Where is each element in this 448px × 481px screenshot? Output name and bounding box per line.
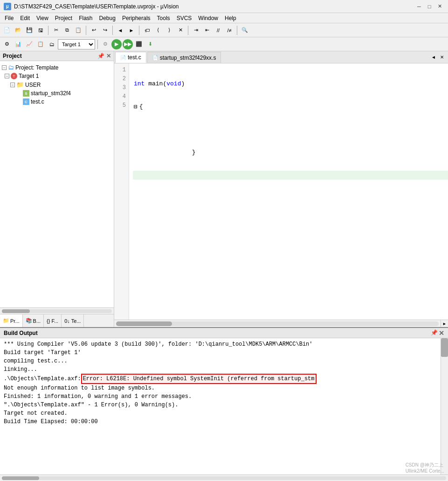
pin-icon[interactable]: 📌 [97, 53, 104, 59]
cut-btn[interactable]: ✂ [51, 25, 61, 35]
stop-btn[interactable]: ⬛ [134, 39, 144, 49]
menu-item-project[interactable]: Project [52, 14, 75, 22]
tab-close[interactable]: ✕ [438, 53, 446, 62]
uncomment-btn[interactable]: /≠ [224, 25, 234, 35]
menu-item-window[interactable]: Window [195, 14, 221, 22]
editor-area: 📄 test.c 📄 startup_stm32f429xx.s ◄ ✕ 1 2… [114, 51, 448, 327]
build-hscroll[interactable] [0, 474, 448, 481]
maximize-button[interactable]: □ [425, 2, 434, 11]
project-panel-hscroll[interactable] [0, 307, 114, 314]
panel-tab-project[interactable]: 📁 Pr... [0, 314, 23, 327]
code-content[interactable]: int main(void) ⊟ { } [129, 63, 448, 320]
build-content-wrapper: *** Using Compiler 'V5.06 update 3 (buil… [0, 338, 448, 474]
collapse-user-icon: − [10, 83, 15, 87]
c-file-icon: C [23, 98, 29, 105]
menu-item-peripherals[interactable]: Peripherals [119, 14, 153, 22]
content-area: Project 📌 ✕ − 🗂 Project: Template − T T [0, 51, 448, 327]
menu-item-debug[interactable]: Debug [96, 14, 118, 22]
rebuild-btn[interactable]: ▶▶ [123, 39, 133, 49]
build-btn[interactable]: ▶ [111, 39, 122, 49]
build-pin-icon[interactable]: 📌 [431, 329, 438, 337]
panel-tab-functions[interactable]: {} F... [44, 314, 62, 327]
build-hscroll-thumb [2, 476, 39, 480]
redo-btn[interactable]: ↪ [100, 25, 110, 35]
tree-testc-file[interactable]: C test.c [0, 98, 114, 106]
new-btn[interactable]: 📄 [2, 25, 12, 35]
keyword-void: void [166, 80, 181, 87]
panel-tab-templates[interactable]: 0↓ Te... [62, 314, 84, 327]
comment-btn[interactable]: // [213, 25, 223, 35]
menu-item-view[interactable]: View [34, 14, 51, 22]
build-line-3: linking... [4, 365, 437, 374]
tree-target1-label: Target 1 [19, 73, 39, 79]
target-select[interactable]: Target 1 [58, 39, 95, 49]
undo-btn[interactable]: ↩ [89, 25, 99, 35]
copy-btn[interactable]: ⧉ [62, 25, 72, 35]
project-tree: − 🗂 Project: Template − T Target 1 − 📁 U… [0, 61, 114, 307]
open-btn[interactable]: 📂 [13, 25, 23, 35]
code-line-1: int main(void) [133, 79, 448, 88]
editor-hscroll-track [116, 321, 439, 326]
unindent-btn[interactable]: ⇤ [202, 25, 212, 35]
tab-nav-left[interactable]: ◄ [429, 53, 438, 62]
paste-btn[interactable]: 📋 [73, 25, 83, 35]
tree-project-root[interactable]: − 🗂 Project: Template [0, 63, 114, 72]
tool2-2[interactable]: 📊 [13, 39, 23, 49]
save-all-btn[interactable]: 🖫 [35, 25, 46, 35]
panel-tab-books[interactable]: 📚 B... [23, 314, 44, 327]
build-line-8: Target not created. [4, 409, 437, 418]
menu-item-help[interactable]: Help [222, 14, 239, 22]
tool2-1[interactable]: ⚙ [2, 39, 12, 49]
menu-item-flash[interactable]: Flash [76, 14, 95, 22]
code-line-5[interactable] [133, 171, 448, 180]
build-line-5: Not enough information to list image sym… [4, 384, 437, 392]
menu-item-tools[interactable]: Tools [154, 14, 173, 22]
tree-target1[interactable]: − T Target 1 [0, 72, 114, 80]
menu-item-svcs[interactable]: SVCS [174, 14, 195, 22]
menu-bar: FileEditViewProjectFlashDebugPeripherals… [0, 13, 448, 23]
collapse-target-icon: − [5, 74, 9, 78]
error-highlight-text: Error: L6218E: Undefined symbol SystemIn… [81, 374, 317, 384]
nav-back-btn[interactable]: ◄ [115, 25, 125, 35]
tool2-5[interactable]: 🗂 [47, 39, 57, 49]
menu-item-file[interactable]: File [2, 14, 16, 22]
search-btn[interactable]: 🔍 [240, 25, 250, 35]
compile-btn[interactable]: ⚙ [100, 39, 110, 49]
tree-user-folder[interactable]: − 📁 USER [0, 80, 114, 89]
close-panel-icon[interactable]: ✕ [106, 53, 111, 59]
code-editor[interactable]: 1 2 3 4 5 int main(void) ⊟ { [114, 63, 448, 320]
tab-testc[interactable]: 📄 test.c [115, 52, 146, 63]
app-icon: µ [4, 3, 11, 10]
window-title: D:\STM32F429_CASE\Template\USER\Template… [14, 3, 179, 10]
tool2-3[interactable]: 📈 [24, 39, 34, 49]
code-line-2: ⊟ { [133, 102, 448, 111]
tree-startup-file[interactable]: S startup_stm32f4 [0, 89, 114, 98]
nav-fwd-btn[interactable]: ► [126, 25, 137, 35]
indent-btn[interactable]: ⇥ [191, 25, 201, 35]
functions-tab-label: {} F... [47, 318, 58, 324]
bookmark-next-btn[interactable]: ⟩ [164, 25, 174, 35]
save-btn[interactable]: 💾 [24, 25, 34, 35]
menu-item-edit[interactable]: Edit [17, 14, 33, 22]
build-close-icon[interactable]: ✕ [439, 329, 444, 337]
build-line-2: compiling test.c... [4, 357, 437, 365]
bookmark-clear-btn[interactable]: ✕ [175, 25, 186, 35]
minimize-button[interactable]: ─ [414, 2, 424, 11]
close-button[interactable]: ✕ [435, 2, 444, 11]
build-vscroll[interactable] [441, 338, 448, 474]
project-panel-header: Project 📌 ✕ [0, 51, 114, 61]
scroll-right-btn[interactable]: ► [441, 320, 448, 327]
tab-startup[interactable]: 📄 startup_stm32f429xx.s [147, 52, 221, 63]
download-btn[interactable]: ⬇ [145, 39, 155, 49]
editor-hscroll[interactable]: ► [114, 320, 448, 327]
build-line-6: Finished: 1 information, 0 warning and 1… [4, 392, 437, 401]
testc-tab-icon: 📄 [120, 55, 126, 60]
block-symbol: ⊟ [134, 103, 138, 111]
sep1 [48, 26, 48, 35]
bookmark-btn[interactable]: 🏷 [142, 25, 152, 35]
sep6 [237, 26, 237, 35]
startup-tab-label: startup_stm32f429xx.s [160, 55, 216, 61]
bookmark-prev-btn[interactable]: ⟨ [153, 25, 163, 35]
tool2-4[interactable]: 📋 [35, 39, 46, 49]
collapse-icon: − [2, 65, 7, 70]
